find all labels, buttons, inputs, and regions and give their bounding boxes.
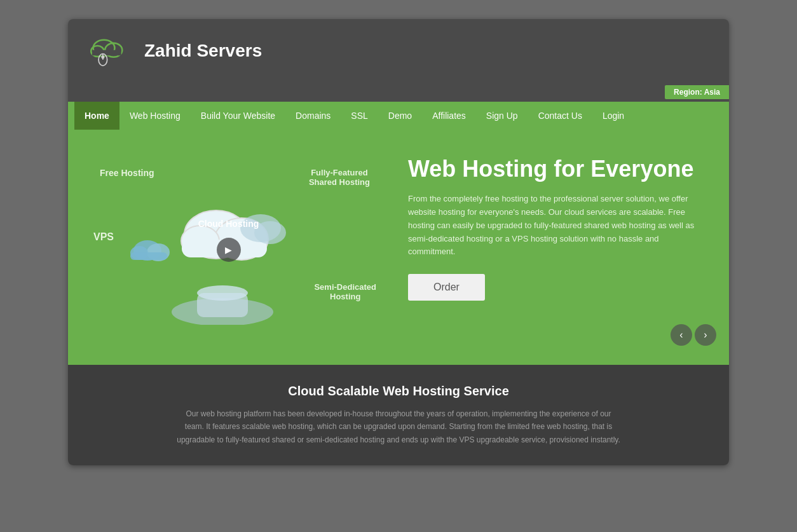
play-button[interactable]: ▶: [217, 238, 241, 262]
nav-item-home[interactable]: Home: [74, 102, 119, 130]
nav-item-domains[interactable]: Domains: [285, 102, 341, 130]
main-container: Home Web Hosting Build Your Website Doma…: [68, 102, 729, 365]
free-hosting-label: Free Hosting: [100, 168, 154, 178]
hero-title: Web Hosting for Everyone: [408, 155, 704, 182]
svg-point-19: [197, 285, 248, 301]
region-badge: Region: Asia: [665, 85, 729, 99]
semi-dedicated-label: Semi-DedicatedHosting: [314, 282, 376, 301]
bottom-title: Cloud Scalable Web Hosting Service: [119, 384, 678, 399]
cloud-illustration: Free Hosting Fully-FeaturedShared Hostin…: [87, 149, 383, 327]
slide-nav-arrows: ‹ ›: [671, 324, 716, 346]
vps-label: VPS: [93, 231, 114, 243]
order-button[interactable]: Order: [408, 274, 485, 301]
logo-icon: [87, 32, 135, 70]
hero-content: Web Hosting for Everyone From the comple…: [395, 149, 710, 339]
logo-container: Zahid Servers: [87, 32, 262, 70]
next-arrow[interactable]: ›: [695, 324, 716, 346]
nav-item-ssl[interactable]: SSL: [341, 102, 378, 130]
svg-rect-3: [92, 50, 121, 55]
header: Zahid Servers: [68, 19, 729, 83]
nav-item-login[interactable]: Login: [592, 102, 634, 130]
hand-icon: [159, 274, 286, 325]
page-wrapper: Zahid Servers Region: Asia Home Web Host…: [68, 19, 729, 465]
bottom-section: Cloud Scalable Web Hosting Service Our w…: [68, 365, 729, 465]
hero-section: Free Hosting Fully-FeaturedShared Hostin…: [68, 130, 729, 365]
svg-point-6: [101, 55, 104, 58]
nav-item-affiliates[interactable]: Affiliates: [422, 102, 476, 130]
nav-item-build-your-website[interactable]: Build Your Website: [191, 102, 285, 130]
cloud-center: Cloud Hosting ▶: [165, 193, 292, 282]
cloud-logo-icon: [87, 32, 132, 67]
nav-item-web-hosting[interactable]: Web Hosting: [119, 102, 191, 130]
prev-arrow[interactable]: ‹: [671, 324, 692, 346]
hero-description: From the completely free hosting to the …: [408, 193, 704, 259]
nav-item-sign-up[interactable]: Sign Up: [476, 102, 528, 130]
svg-rect-10: [130, 252, 167, 260]
hero-illustration: Free Hosting Fully-FeaturedShared Hostin…: [87, 149, 383, 339]
site-title: Zahid Servers: [144, 41, 262, 61]
cloud-hosting-label: Cloud Hosting: [198, 219, 259, 229]
nav-item-demo[interactable]: Demo: [378, 102, 422, 130]
bottom-description: Our web hosting platform has been develo…: [176, 407, 621, 446]
nav-item-contact-us[interactable]: Contact Us: [528, 102, 592, 130]
region-bar: Region: Asia: [68, 83, 729, 102]
nav: Home Web Hosting Build Your Website Doma…: [68, 102, 729, 130]
fully-featured-label: Fully-FeaturedShared Hosting: [309, 168, 370, 187]
